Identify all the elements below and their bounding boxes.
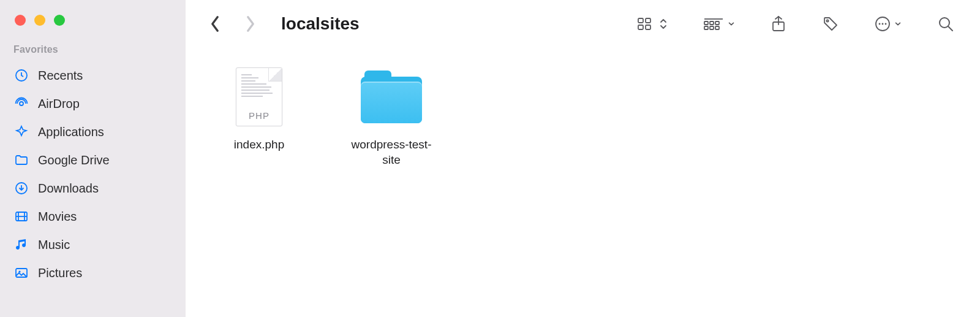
zoom-window-button[interactable] [54, 15, 65, 26]
share-icon [771, 15, 786, 32]
sidebar-item-label: Music [38, 238, 70, 252]
forward-button[interactable] [242, 15, 259, 32]
svg-rect-10 [646, 18, 650, 23]
sidebar-item-pictures[interactable]: Pictures [0, 259, 186, 287]
tag-icon [822, 15, 839, 32]
svg-rect-19 [715, 26, 719, 29]
sidebar-item-applications[interactable]: Applications [0, 118, 186, 146]
sidebar-item-google-drive[interactable]: Google Drive [0, 146, 186, 174]
file-item-index-php[interactable]: PHP index.php [210, 66, 308, 153]
sidebar: Favorites Recents AirDrop Applications G… [0, 0, 186, 317]
folder-icon [361, 66, 422, 128]
chevron-down-icon [894, 20, 902, 28]
file-label: index.php [234, 137, 284, 153]
pictures-icon [13, 265, 29, 281]
svg-line-27 [948, 26, 952, 31]
sidebar-item-downloads[interactable]: Downloads [0, 174, 186, 202]
file-type-badge: PHP [236, 110, 282, 121]
svg-point-1 [20, 102, 23, 105]
file-label: wordpress-test-site [342, 137, 440, 167]
sidebar-item-label: Applications [38, 125, 104, 139]
svg-rect-18 [710, 26, 714, 29]
folder-icon [13, 152, 29, 168]
search-button[interactable] [937, 15, 954, 32]
action-menu-button[interactable] [875, 16, 902, 32]
sidebar-item-airdrop[interactable]: AirDrop [0, 90, 186, 118]
sidebar-item-label: AirDrop [38, 97, 80, 111]
svg-point-23 [879, 23, 881, 25]
svg-point-21 [826, 20, 828, 21]
sidebar-item-label: Pictures [38, 266, 82, 280]
applications-icon [13, 124, 29, 140]
sidebar-favorites-list: Recents AirDrop Applications Google Driv… [0, 61, 186, 287]
svg-rect-17 [704, 26, 708, 29]
php-file-icon: PHP [228, 66, 290, 128]
group-by-button[interactable] [703, 17, 735, 31]
grid-icon [637, 17, 655, 31]
group-icon [703, 17, 724, 31]
svg-rect-9 [638, 18, 643, 23]
svg-rect-16 [715, 21, 719, 25]
sidebar-item-label: Movies [38, 210, 77, 224]
tags-button[interactable] [822, 15, 839, 32]
view-options-button[interactable] [637, 17, 668, 31]
close-window-button[interactable] [15, 15, 26, 26]
movies-icon [13, 208, 29, 224]
clock-icon [13, 67, 29, 83]
sidebar-item-recents[interactable]: Recents [0, 61, 186, 90]
airdrop-icon [13, 96, 29, 112]
ellipsis-circle-icon [875, 16, 891, 32]
toolbar-right [637, 15, 954, 32]
search-icon [937, 15, 954, 32]
back-button[interactable] [206, 15, 224, 32]
sidebar-section-label: Favorites [0, 44, 186, 61]
svg-rect-14 [704, 21, 708, 25]
svg-point-24 [882, 23, 884, 25]
sidebar-item-music[interactable]: Music [0, 231, 186, 259]
window-controls [0, 15, 186, 44]
sidebar-item-label: Google Drive [38, 153, 110, 167]
svg-rect-12 [646, 25, 650, 29]
share-button[interactable] [771, 15, 786, 32]
window-title: localsites [281, 14, 360, 34]
nav-arrows [206, 15, 259, 32]
up-down-chevron-icon [659, 17, 668, 31]
svg-rect-15 [710, 21, 714, 25]
file-grid[interactable]: PHP index.php wordpress-test-site [186, 48, 980, 317]
svg-point-25 [885, 23, 887, 25]
sidebar-item-label: Recents [38, 69, 83, 83]
main-pane: localsites [186, 0, 980, 317]
sidebar-item-movies[interactable]: Movies [0, 202, 186, 231]
toolbar: localsites [186, 0, 980, 48]
chevron-down-icon [728, 20, 735, 28]
sidebar-item-label: Downloads [38, 181, 99, 196]
minimize-window-button[interactable] [34, 15, 45, 26]
svg-rect-11 [638, 25, 643, 29]
music-icon [13, 237, 29, 253]
downloads-icon [13, 180, 29, 196]
folder-item-wordpress-test-site[interactable]: wordpress-test-site [342, 66, 440, 167]
